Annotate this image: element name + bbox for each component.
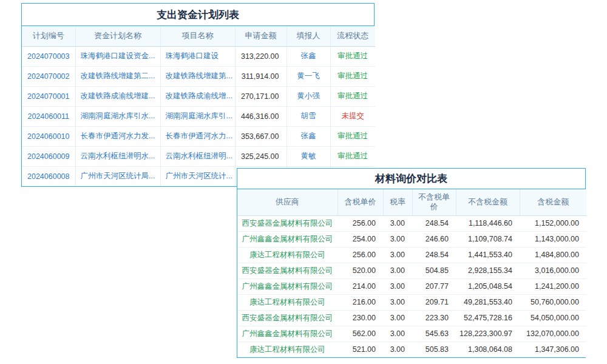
fund-plan-name-cell[interactable]: 改建铁路线增建第二... — [75, 66, 160, 86]
apply-amount-cell: 270,171.00 — [235, 86, 287, 106]
amount-incl-tax-cell: 132,070,000.00 — [520, 326, 586, 342]
tax-rate-cell: 3.00 — [383, 342, 412, 357]
supplier-cell[interactable]: 广州鑫鑫金属材料有限公司 — [237, 278, 337, 294]
col-header-amount-excl-tax: 不含税金额 — [456, 189, 520, 215]
plan-no-cell[interactable]: 2024060009 — [22, 146, 75, 166]
tax-rate-cell: 3.00 — [383, 247, 412, 263]
amount-excl-tax-cell: 52,475,728.16 — [456, 310, 520, 326]
amount-excl-tax-cell: 1,118,446.60 — [456, 215, 520, 231]
price-incl-tax-cell: 521.00 — [337, 342, 383, 357]
price-incl-tax-cell: 520.00 — [337, 263, 383, 278]
price-excl-tax-cell: 209.71 — [412, 294, 456, 310]
col-header-apply-amount: 申请金额 — [235, 26, 287, 46]
supplier-cell[interactable]: 康达工程材料有限公司 — [237, 294, 337, 310]
status-cell[interactable]: 审批通过 — [330, 66, 375, 86]
amount-excl-tax-cell: 1,205,048.54 — [456, 278, 520, 294]
status-cell[interactable]: 审批通过 — [330, 46, 375, 66]
supplier-cell[interactable]: 西安盛器金属材料有限公司 — [237, 310, 337, 326]
table-row: 西安盛器金属材料有限公司230.003.00223.3052,475,728.1… — [237, 310, 586, 326]
table-row: 广州鑫鑫金属材料有限公司254.003.00246.601,109,708.74… — [237, 231, 586, 247]
table-row: 2024060009云南水利枢纽潜明水...云南水利枢纽潜明...325,245… — [22, 146, 375, 166]
plan-no-cell[interactable]: 2024060010 — [22, 126, 75, 146]
plan-no-cell[interactable]: 2024070001 — [22, 86, 75, 106]
price-incl-tax-cell: 254.00 — [337, 231, 383, 247]
col-header-fund-plan-name: 资金计划名称 — [75, 26, 160, 46]
table-row: 2024070001改建铁路成渝线增建...改建铁路成渝线增...270,171… — [22, 86, 375, 106]
tax-rate-cell: 3.00 — [383, 326, 412, 342]
fund-plan-name-cell[interactable]: 长春市伊通河水力发... — [75, 126, 160, 146]
fund-plan-name-cell[interactable]: 广州市天河区统计局... — [75, 166, 160, 186]
apply-amount-cell: 313,220.00 — [235, 46, 287, 66]
filler-cell[interactable]: 胡雪 — [287, 106, 330, 126]
amount-incl-tax-cell: 1,484,800.00 — [520, 247, 586, 263]
price-excl-tax-cell: 504.85 — [412, 263, 456, 278]
col-header-project-name: 项目名称 — [160, 26, 235, 46]
price-incl-tax-cell: 216.00 — [337, 294, 383, 310]
supplier-cell[interactable]: 西安盛器金属材料有限公司 — [237, 263, 337, 278]
project-name-cell[interactable]: 改建铁路成渝线增... — [160, 86, 235, 106]
plan-no-cell[interactable]: 2024070002 — [22, 66, 75, 86]
table-row: 西安盛器金属材料有限公司520.003.00504.852,928,155.34… — [237, 263, 586, 278]
filler-cell[interactable]: 黄小强 — [287, 86, 330, 106]
plan-no-cell[interactable]: 2024070003 — [22, 46, 75, 66]
supplier-cell[interactable]: 广州鑫鑫金属材料有限公司 — [237, 326, 337, 342]
supplier-cell[interactable]: 广州鑫鑫金属材料有限公司 — [237, 231, 337, 247]
price-excl-tax-cell: 246.60 — [412, 231, 456, 247]
price-incl-tax-cell: 562.00 — [337, 326, 383, 342]
filler-cell[interactable]: 黄敏 — [287, 146, 330, 166]
col-header-tax-rate: 税率 — [383, 189, 412, 215]
amount-excl-tax-cell: 1,441,553.40 — [456, 247, 520, 263]
status-cell[interactable]: 未提交 — [330, 106, 375, 126]
project-name-cell[interactable]: 云南水利枢纽潜明... — [160, 146, 235, 166]
supplier-cell[interactable]: 康达工程材料有限公司 — [237, 342, 337, 357]
filler-cell[interactable]: 黄一飞 — [287, 66, 330, 86]
amount-incl-tax-cell: 1,152,000.00 — [520, 215, 586, 231]
apply-amount-cell: 325,245.00 — [235, 146, 287, 166]
table-row: 西安盛器金属材料有限公司256.003.00248.541,118,446.60… — [237, 215, 586, 231]
amount-excl-tax-cell: 128,223,300.97 — [456, 326, 520, 342]
tax-rate-cell: 3.00 — [383, 231, 412, 247]
tax-rate-cell: 3.00 — [383, 310, 412, 326]
expenditure-plan-panel: 支出资金计划列表 计划编号 资金计划名称 项目名称 申请金额 填报人 流程状态 … — [21, 3, 375, 187]
filler-cell[interactable]: 张鑫 — [287, 46, 330, 66]
tax-rate-cell: 3.00 — [383, 263, 412, 278]
amount-excl-tax-cell: 1,109,708.74 — [456, 231, 520, 247]
tax-rate-cell: 3.00 — [383, 278, 412, 294]
col-header-price-excl-tax: 不含税单价 — [412, 189, 456, 215]
amount-incl-tax-cell: 50,760,000.00 — [520, 294, 586, 310]
amount-excl-tax-cell: 49,281,553.40 — [456, 294, 520, 310]
fund-plan-name-cell[interactable]: 湖南洞庭湖水库引水... — [75, 106, 160, 126]
status-cell[interactable]: 审批通过 — [330, 86, 375, 106]
price-incl-tax-cell: 256.00 — [337, 247, 383, 263]
supplier-cell[interactable]: 康达工程材料有限公司 — [237, 247, 337, 263]
material-quote-panel: 材料询价对比表 供应商 含税单价 税率 不含税单价 不含税金额 含税金额 西安盛… — [237, 168, 586, 358]
project-name-cell[interactable]: 广州市天河区统计... — [160, 166, 235, 186]
status-cell[interactable]: 审批通过 — [330, 126, 375, 146]
col-header-status: 流程状态 — [330, 26, 375, 46]
supplier-cell[interactable]: 西安盛器金属材料有限公司 — [237, 215, 337, 231]
amount-incl-tax-cell: 3,016,000.00 — [520, 263, 586, 278]
fund-plan-name-cell[interactable]: 云南水利枢纽潜明水... — [75, 146, 160, 166]
status-cell[interactable]: 审批通过 — [330, 146, 375, 166]
fund-plan-name-cell[interactable]: 珠海鹤港口建设资金... — [75, 46, 160, 66]
project-name-cell[interactable]: 珠海鹤港口建设 — [160, 46, 235, 66]
quote-table-header-row: 供应商 含税单价 税率 不含税单价 不含税金额 含税金额 — [237, 189, 586, 215]
table-row: 2024070002改建铁路线增建第二...改建铁路线增建第...311,914… — [22, 66, 375, 86]
filler-cell[interactable]: 张鑫 — [287, 126, 330, 146]
project-name-cell[interactable]: 长春市伊通河水力... — [160, 126, 235, 146]
col-header-amount-incl-tax: 含税金额 — [520, 189, 586, 215]
material-quote-title: 材料询价对比表 — [237, 169, 585, 189]
table-row: 2024060011湖南洞庭湖水库引水...湖南洞庭湖水库引...446,316… — [22, 106, 375, 126]
expenditure-plan-title: 支出资金计划列表 — [22, 4, 374, 26]
price-excl-tax-cell: 248.54 — [412, 247, 456, 263]
col-header-supplier: 供应商 — [237, 189, 337, 215]
table-row: 康达工程材料有限公司216.003.00209.7149,281,553.405… — [237, 294, 586, 310]
project-name-cell[interactable]: 改建铁路线增建第... — [160, 66, 235, 86]
plan-no-cell[interactable]: 2024060011 — [22, 106, 75, 126]
tax-rate-cell: 3.00 — [383, 215, 412, 231]
fund-plan-name-cell[interactable]: 改建铁路成渝线增建... — [75, 86, 160, 106]
plan-no-cell[interactable]: 2024060008 — [22, 166, 75, 186]
col-header-filler: 填报人 — [287, 26, 330, 46]
project-name-cell[interactable]: 湖南洞庭湖水库引... — [160, 106, 235, 126]
price-excl-tax-cell: 207.77 — [412, 278, 456, 294]
